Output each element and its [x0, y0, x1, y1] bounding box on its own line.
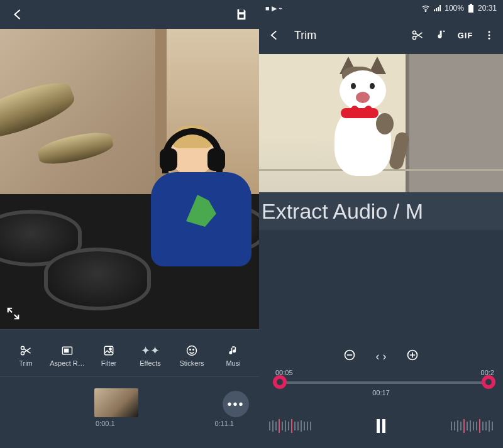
status-left-icons: ■ ▶ ⌁	[265, 4, 283, 13]
trim-handle-start[interactable]	[273, 375, 287, 389]
pause-button[interactable]	[377, 419, 385, 433]
zoom-fit-button[interactable]: ‹ ›	[373, 350, 389, 363]
tool-music-label: Musi	[226, 359, 240, 367]
fullscreen-icon[interactable]	[6, 307, 20, 323]
back-button[interactable]	[9, 6, 26, 23]
save-button[interactable]	[233, 6, 250, 23]
trim-slider[interactable]: 00:05 00:2 00:17	[259, 369, 503, 404]
wifi-icon	[421, 4, 430, 13]
editor-right-pane: ■ ▶ ⌁ 100% 20:31 Trim GIF	[259, 0, 503, 448]
zoom-in-button[interactable]	[405, 349, 420, 364]
page-title: Trim	[294, 29, 401, 42]
battery-percent: 100%	[445, 4, 464, 13]
playhead-time: 00:17	[372, 389, 390, 396]
tool-aspect-label: Aspect R…	[50, 359, 85, 367]
signal-icon	[434, 5, 441, 11]
svg-point-16	[438, 35, 441, 38]
feature-title-overlay: Extract Audio / M	[259, 192, 503, 230]
svg-point-19	[489, 38, 490, 40]
svg-rect-0	[239, 9, 243, 13]
tool-aspect[interactable]: Aspect R…	[47, 344, 88, 367]
trim-track	[278, 381, 484, 384]
trim-action[interactable]	[410, 29, 425, 41]
tool-trim[interactable]: Trim	[5, 344, 47, 367]
tool-effects[interactable]: ✦✦ Effects	[130, 344, 171, 367]
video-preview[interactable]	[259, 54, 503, 192]
tool-effects-label: Effects	[140, 359, 160, 367]
video-preview[interactable]	[0, 29, 259, 329]
playback-row	[259, 404, 503, 448]
zoom-controls: ‹ ›	[259, 344, 503, 369]
preview-bg	[406, 54, 503, 192]
timeline[interactable]: 0:00.1 0:11.1 •••	[0, 377, 259, 446]
svg-point-18	[489, 35, 490, 36]
svg-point-8	[187, 346, 197, 356]
svg-rect-6	[104, 346, 113, 354]
tool-filter[interactable]: Filter	[88, 344, 130, 367]
svg-rect-5	[65, 349, 69, 352]
gif-export-action[interactable]: GIF	[458, 31, 473, 40]
tool-music[interactable]: Musi	[213, 344, 254, 367]
more-button[interactable]: •••	[223, 391, 249, 417]
clock: 20:31	[478, 4, 497, 13]
frame-ticks-right[interactable]	[451, 417, 493, 435]
preview-content	[0, 29, 259, 329]
clip-start-time: 0:00.1	[96, 420, 115, 427]
tool-stickers[interactable]: Stickers	[171, 344, 213, 367]
clip-thumbnail[interactable]	[94, 388, 138, 417]
zoom-out-button[interactable]	[342, 349, 357, 364]
svg-rect-1	[239, 14, 243, 18]
left-header	[0, 0, 259, 29]
trim-handle-end[interactable]	[482, 375, 495, 389]
svg-point-9	[190, 349, 191, 351]
svg-point-7	[109, 348, 111, 350]
svg-point-10	[193, 349, 194, 351]
svg-point-11	[425, 11, 426, 12]
clip-end-time: 0:11.1	[214, 420, 234, 427]
preview-subject	[334, 107, 391, 176]
svg-rect-13	[470, 4, 472, 5]
tool-stickers-label: Stickers	[179, 359, 204, 367]
tool-filter-label: Filter	[101, 359, 116, 367]
back-button[interactable]	[265, 26, 283, 44]
battery-icon	[468, 4, 474, 13]
editor-left-pane: Trim Aspect R… Filter ✦✦ Effects Sticker…	[0, 0, 259, 448]
sparkle-icon: ✦✦	[144, 344, 157, 357]
tool-row: Trim Aspect R… Filter ✦✦ Effects Sticker…	[0, 329, 259, 377]
right-header: Trim GIF	[259, 20, 503, 50]
status-bar: ■ ▶ ⌁ 100% 20:31	[259, 0, 503, 16]
svg-point-17	[489, 31, 490, 33]
frame-ticks-left[interactable]	[269, 417, 311, 435]
tool-trim-label: Trim	[19, 359, 33, 367]
overflow-menu[interactable]	[482, 30, 497, 41]
svg-rect-12	[468, 5, 473, 13]
add-music-action[interactable]	[434, 29, 449, 41]
